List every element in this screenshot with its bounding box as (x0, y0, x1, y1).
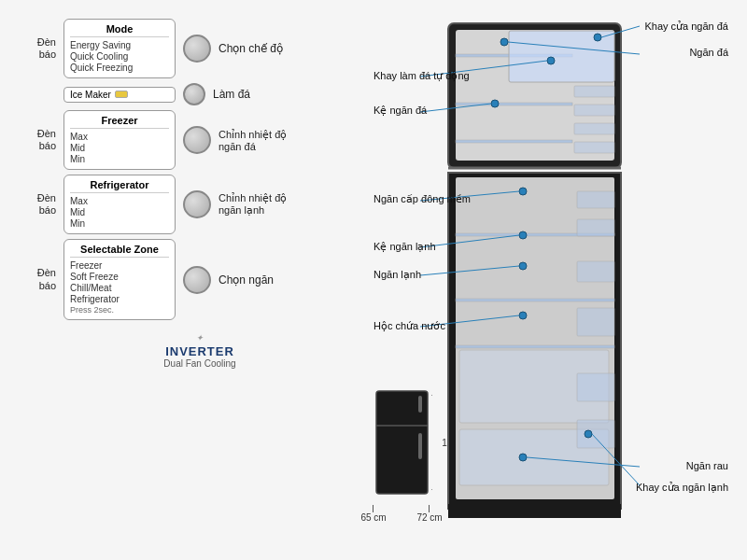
svg-rect-26 (577, 191, 614, 208)
refrigerator-mid: Mid (70, 207, 169, 217)
selectable-title: Selectable Zone (70, 244, 169, 258)
mode-box: Mode Energy Saving Quick Cooling Quick F… (63, 19, 176, 78)
selectable-refrigerator: Refrigerator (70, 294, 169, 304)
freezer-max: Max (70, 132, 169, 142)
energy-saving-label: Energy Saving (70, 40, 140, 50)
freezer-dial[interactable] (183, 126, 211, 154)
freezer-description: Chỉnh nhiệt độ ngăn đá (218, 129, 293, 152)
ann-khay-cua-ngan-lanh: Khay cửa ngăn lạnh (636, 482, 728, 494)
quick-freezing-row: Quick Freezing (70, 63, 169, 73)
svg-point-36 (491, 100, 499, 107)
selectable-dial[interactable] (183, 266, 211, 294)
inverter-sub: Dual Fan Cooling (63, 358, 336, 369)
den-bao-mode: Đèn báo (19, 36, 56, 61)
svg-point-40 (519, 188, 527, 195)
svg-rect-27 (577, 219, 614, 236)
selectable-row: Đèn báo Selectable Zone Freezer Soft Fre… (19, 239, 336, 320)
right-container: 168.6 cm 65 cm 72 cm (345, 19, 728, 541)
svg-point-32 (594, 34, 601, 41)
mode-dial[interactable] (183, 35, 211, 63)
mode-row: Đèn báo Mode Energy Saving Quick Cooling… (19, 19, 336, 78)
refrigerator-dial[interactable] (183, 190, 211, 218)
svg-rect-14 (456, 103, 572, 105)
svg-rect-16 (574, 86, 614, 97)
control-panel: Đèn báo Mode Energy Saving Quick Cooling… (19, 19, 336, 541)
svg-rect-23 (456, 299, 614, 301)
ice-maker-label: Ice Maker (70, 90, 111, 100)
fridge-diagram-svg (374, 19, 728, 560)
refrigerator-options: Max Mid Min (70, 196, 169, 229)
refrigerator-box: Refrigerator Max Mid Min (63, 175, 176, 234)
ann-ngan-lanh: Ngăn lạnh (374, 269, 421, 281)
svg-point-34 (500, 38, 508, 46)
mode-description: Chọn chế độ (218, 42, 283, 55)
freezer-title: Freezer (70, 115, 169, 129)
den-bao-freezer: Đèn báo (19, 128, 56, 152)
svg-point-42 (519, 231, 527, 239)
fridge-diagram-area: Khay cửa ngăn đá Ngăn đá Kệ ngăn đá Khay… (374, 19, 728, 560)
svg-rect-28 (577, 261, 614, 282)
ann-ngan-cap-dong-mem: Ngăn cấp đông mềm (374, 193, 471, 205)
svg-point-38 (547, 57, 555, 64)
quick-freezing-label: Quick Freezing (70, 63, 140, 73)
svg-rect-29 (577, 308, 614, 336)
press-note: Press 2sec. (70, 305, 169, 315)
svg-rect-15 (456, 140, 572, 143)
inverter-x: ✦ (63, 332, 336, 343)
svg-point-44 (519, 262, 527, 270)
svg-rect-19 (574, 142, 614, 153)
refrigerator-row: Đèn báo Refrigerator Max Mid Min Chỉnh n… (19, 175, 336, 234)
svg-point-46 (519, 312, 527, 319)
svg-rect-18 (574, 123, 614, 134)
ann-ngan-da: Ngăn đá (689, 47, 728, 58)
selectable-soft-freeze: Soft Freeze (70, 272, 169, 282)
ann-khay-cua-ngan-da: Khay cửa ngăn đá (644, 21, 728, 33)
quick-cooling-label: Quick Cooling (70, 51, 140, 62)
den-bao-refrigerator: Đèn báo (19, 192, 56, 217)
den-bao-selectable: Đèn báo (19, 267, 56, 291)
ann-ngan-rau: Ngăn rau (686, 460, 728, 471)
svg-rect-9 (448, 504, 621, 518)
selectable-freezer: Freezer (70, 260, 169, 271)
ice-maker-indicator (115, 91, 128, 98)
ann-khay-lam-da: Khay làm đá tự động (374, 70, 470, 82)
selectable-options: Freezer Soft Freeze Chill/Meat Refrigera… (70, 260, 169, 315)
refrigerator-max: Max (70, 196, 169, 206)
ann-hoc-chua-nuoc: Hộc chứa nước (374, 320, 445, 332)
svg-rect-30 (577, 373, 614, 401)
ice-maker-row: Ice Maker Làm đá (63, 83, 336, 105)
svg-point-48 (519, 454, 527, 461)
inverter-logo: ✦ INVERTER Dual Fan Cooling (63, 332, 336, 369)
selectable-box: Selectable Zone Freezer Soft Freeze Chil… (63, 239, 176, 320)
energy-saving-row: Energy Saving (70, 40, 169, 50)
ice-maker-description: Làm đá (213, 88, 250, 101)
inverter-title: INVERTER (63, 344, 336, 358)
selectable-description: Chọn ngăn (218, 273, 274, 287)
refrigerator-description: Chỉnh nhiệt độ ngăn lạnh (218, 192, 293, 217)
freezer-box: Freezer Max Mid Min (63, 110, 176, 170)
ann-ke-ngan-lanh: Kệ ngăn lạnh (374, 241, 436, 253)
svg-rect-24 (456, 345, 614, 348)
freezer-options: Max Mid Min (70, 132, 169, 164)
ann-ke-ngan-da: Kệ ngăn đá (374, 105, 427, 117)
freezer-row: Đèn báo Freezer Max Mid Min Chỉnh nhiệt … (19, 110, 336, 170)
quick-cooling-row: Quick Cooling (70, 51, 169, 62)
ice-maker-dial[interactable] (183, 83, 205, 105)
svg-rect-31 (577, 420, 614, 448)
refrigerator-title: Refrigerator (70, 179, 169, 193)
freezer-mid: Mid (70, 143, 169, 153)
svg-rect-17 (574, 105, 614, 116)
svg-point-50 (585, 430, 592, 438)
freezer-min: Min (70, 154, 169, 164)
mode-title: Mode (70, 23, 169, 37)
selectable-chill-meat: Chill/Meat (70, 283, 169, 293)
refrigerator-min: Min (70, 218, 169, 229)
